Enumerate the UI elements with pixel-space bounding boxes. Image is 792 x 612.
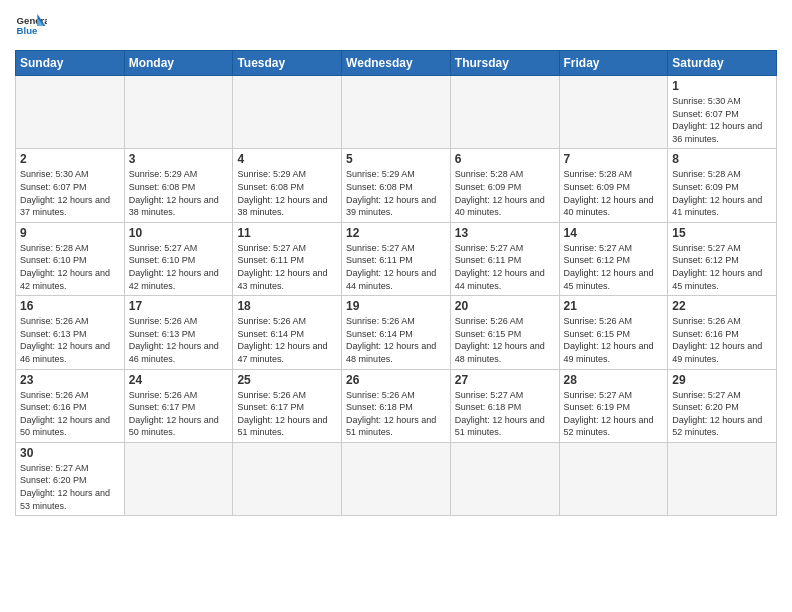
day-number: 4 xyxy=(237,152,337,166)
day-info: Sunrise: 5:28 AMSunset: 6:09 PMDaylight:… xyxy=(564,168,664,218)
day-cell: 30Sunrise: 5:27 AMSunset: 6:20 PMDayligh… xyxy=(16,442,125,515)
day-cell: 17Sunrise: 5:26 AMSunset: 6:13 PMDayligh… xyxy=(124,296,233,369)
day-cell: 14Sunrise: 5:27 AMSunset: 6:12 PMDayligh… xyxy=(559,222,668,295)
day-cell: 22Sunrise: 5:26 AMSunset: 6:16 PMDayligh… xyxy=(668,296,777,369)
day-info: Sunrise: 5:27 AMSunset: 6:10 PMDaylight:… xyxy=(129,242,229,292)
day-cell: 26Sunrise: 5:26 AMSunset: 6:18 PMDayligh… xyxy=(342,369,451,442)
day-info: Sunrise: 5:29 AMSunset: 6:08 PMDaylight:… xyxy=(237,168,337,218)
day-number: 15 xyxy=(672,226,772,240)
day-cell xyxy=(559,76,668,149)
day-info: Sunrise: 5:26 AMSunset: 6:16 PMDaylight:… xyxy=(672,315,772,365)
day-number: 3 xyxy=(129,152,229,166)
day-cell: 9Sunrise: 5:28 AMSunset: 6:10 PMDaylight… xyxy=(16,222,125,295)
day-cell xyxy=(124,442,233,515)
day-cell: 3Sunrise: 5:29 AMSunset: 6:08 PMDaylight… xyxy=(124,149,233,222)
day-number: 6 xyxy=(455,152,555,166)
day-info: Sunrise: 5:26 AMSunset: 6:16 PMDaylight:… xyxy=(20,389,120,439)
day-number: 12 xyxy=(346,226,446,240)
day-number: 14 xyxy=(564,226,664,240)
weekday-header-wednesday: Wednesday xyxy=(342,51,451,76)
day-cell: 13Sunrise: 5:27 AMSunset: 6:11 PMDayligh… xyxy=(450,222,559,295)
day-cell: 25Sunrise: 5:26 AMSunset: 6:17 PMDayligh… xyxy=(233,369,342,442)
day-info: Sunrise: 5:28 AMSunset: 6:09 PMDaylight:… xyxy=(672,168,772,218)
day-number: 18 xyxy=(237,299,337,313)
day-info: Sunrise: 5:27 AMSunset: 6:19 PMDaylight:… xyxy=(564,389,664,439)
day-cell: 12Sunrise: 5:27 AMSunset: 6:11 PMDayligh… xyxy=(342,222,451,295)
day-cell: 10Sunrise: 5:27 AMSunset: 6:10 PMDayligh… xyxy=(124,222,233,295)
day-cell: 18Sunrise: 5:26 AMSunset: 6:14 PMDayligh… xyxy=(233,296,342,369)
day-cell: 24Sunrise: 5:26 AMSunset: 6:17 PMDayligh… xyxy=(124,369,233,442)
day-cell xyxy=(342,442,451,515)
day-number: 21 xyxy=(564,299,664,313)
day-cell: 15Sunrise: 5:27 AMSunset: 6:12 PMDayligh… xyxy=(668,222,777,295)
day-cell: 7Sunrise: 5:28 AMSunset: 6:09 PMDaylight… xyxy=(559,149,668,222)
svg-text:Blue: Blue xyxy=(17,25,38,36)
day-info: Sunrise: 5:26 AMSunset: 6:14 PMDaylight:… xyxy=(237,315,337,365)
week-row-3: 16Sunrise: 5:26 AMSunset: 6:13 PMDayligh… xyxy=(16,296,777,369)
day-info: Sunrise: 5:27 AMSunset: 6:11 PMDaylight:… xyxy=(455,242,555,292)
calendar: SundayMondayTuesdayWednesdayThursdayFrid… xyxy=(15,50,777,516)
day-info: Sunrise: 5:30 AMSunset: 6:07 PMDaylight:… xyxy=(20,168,120,218)
day-number: 11 xyxy=(237,226,337,240)
day-number: 2 xyxy=(20,152,120,166)
day-cell xyxy=(668,442,777,515)
day-cell: 16Sunrise: 5:26 AMSunset: 6:13 PMDayligh… xyxy=(16,296,125,369)
page: General Blue SundayMondayTuesdayWednesda… xyxy=(0,0,792,526)
day-info: Sunrise: 5:28 AMSunset: 6:09 PMDaylight:… xyxy=(455,168,555,218)
day-number: 7 xyxy=(564,152,664,166)
day-info: Sunrise: 5:26 AMSunset: 6:13 PMDaylight:… xyxy=(129,315,229,365)
day-cell xyxy=(342,76,451,149)
day-info: Sunrise: 5:27 AMSunset: 6:18 PMDaylight:… xyxy=(455,389,555,439)
day-cell xyxy=(450,442,559,515)
day-number: 1 xyxy=(672,79,772,93)
day-cell: 5Sunrise: 5:29 AMSunset: 6:08 PMDaylight… xyxy=(342,149,451,222)
day-number: 20 xyxy=(455,299,555,313)
weekday-header-monday: Monday xyxy=(124,51,233,76)
day-number: 10 xyxy=(129,226,229,240)
day-number: 24 xyxy=(129,373,229,387)
weekday-header-sunday: Sunday xyxy=(16,51,125,76)
day-cell xyxy=(233,442,342,515)
day-number: 29 xyxy=(672,373,772,387)
day-cell: 28Sunrise: 5:27 AMSunset: 6:19 PMDayligh… xyxy=(559,369,668,442)
day-number: 19 xyxy=(346,299,446,313)
day-cell: 6Sunrise: 5:28 AMSunset: 6:09 PMDaylight… xyxy=(450,149,559,222)
day-cell: 19Sunrise: 5:26 AMSunset: 6:14 PMDayligh… xyxy=(342,296,451,369)
day-info: Sunrise: 5:26 AMSunset: 6:17 PMDaylight:… xyxy=(237,389,337,439)
weekday-header-saturday: Saturday xyxy=(668,51,777,76)
day-number: 27 xyxy=(455,373,555,387)
day-info: Sunrise: 5:26 AMSunset: 6:15 PMDaylight:… xyxy=(564,315,664,365)
day-number: 23 xyxy=(20,373,120,387)
week-row-1: 2Sunrise: 5:30 AMSunset: 6:07 PMDaylight… xyxy=(16,149,777,222)
day-number: 22 xyxy=(672,299,772,313)
week-row-5: 30Sunrise: 5:27 AMSunset: 6:20 PMDayligh… xyxy=(16,442,777,515)
day-number: 9 xyxy=(20,226,120,240)
weekday-header-thursday: Thursday xyxy=(450,51,559,76)
weekday-header-tuesday: Tuesday xyxy=(233,51,342,76)
week-row-4: 23Sunrise: 5:26 AMSunset: 6:16 PMDayligh… xyxy=(16,369,777,442)
day-cell xyxy=(124,76,233,149)
header: General Blue xyxy=(15,10,777,42)
day-info: Sunrise: 5:27 AMSunset: 6:11 PMDaylight:… xyxy=(237,242,337,292)
day-info: Sunrise: 5:26 AMSunset: 6:15 PMDaylight:… xyxy=(455,315,555,365)
day-cell: 21Sunrise: 5:26 AMSunset: 6:15 PMDayligh… xyxy=(559,296,668,369)
day-cell: 1Sunrise: 5:30 AMSunset: 6:07 PMDaylight… xyxy=(668,76,777,149)
day-info: Sunrise: 5:29 AMSunset: 6:08 PMDaylight:… xyxy=(129,168,229,218)
logo-icon: General Blue xyxy=(15,10,47,42)
weekday-header-friday: Friday xyxy=(559,51,668,76)
day-cell xyxy=(16,76,125,149)
day-number: 5 xyxy=(346,152,446,166)
day-info: Sunrise: 5:28 AMSunset: 6:10 PMDaylight:… xyxy=(20,242,120,292)
day-cell xyxy=(559,442,668,515)
logo: General Blue xyxy=(15,10,47,42)
day-cell xyxy=(450,76,559,149)
day-info: Sunrise: 5:26 AMSunset: 6:14 PMDaylight:… xyxy=(346,315,446,365)
day-cell: 27Sunrise: 5:27 AMSunset: 6:18 PMDayligh… xyxy=(450,369,559,442)
day-number: 16 xyxy=(20,299,120,313)
day-cell xyxy=(233,76,342,149)
day-number: 30 xyxy=(20,446,120,460)
day-info: Sunrise: 5:26 AMSunset: 6:13 PMDaylight:… xyxy=(20,315,120,365)
day-number: 17 xyxy=(129,299,229,313)
day-cell: 23Sunrise: 5:26 AMSunset: 6:16 PMDayligh… xyxy=(16,369,125,442)
day-cell: 29Sunrise: 5:27 AMSunset: 6:20 PMDayligh… xyxy=(668,369,777,442)
